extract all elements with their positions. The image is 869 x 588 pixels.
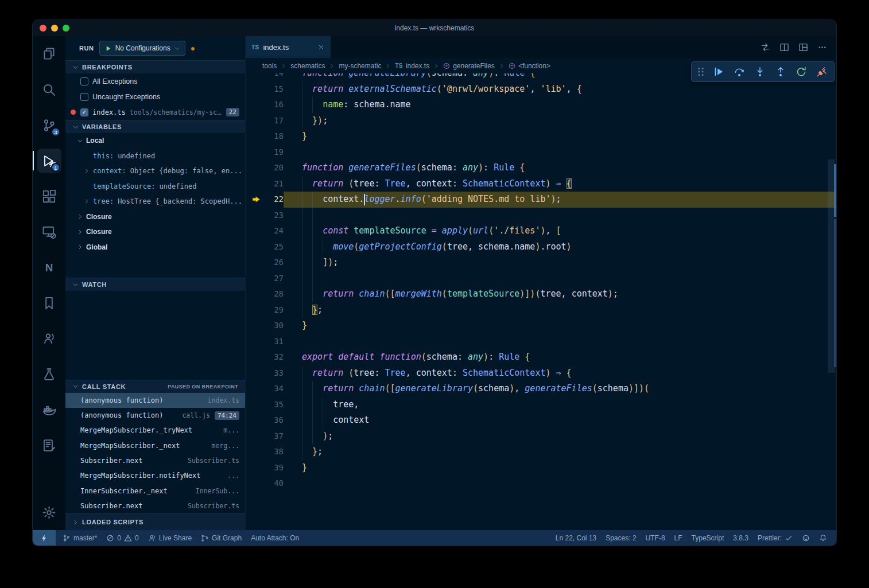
- gutter-glyph[interactable]: [246, 381, 266, 397]
- status-ts-version[interactable]: 3.8.3: [728, 530, 753, 546]
- status-notifications[interactable]: [814, 530, 832, 546]
- variables-scope-closure-1[interactable]: Closure: [65, 209, 245, 225]
- drag-grip-button[interactable]: [695, 63, 707, 80]
- open-changes-button[interactable]: [761, 42, 770, 52]
- gutter-glyph[interactable]: [246, 113, 266, 129]
- restart-button[interactable]: [792, 63, 810, 80]
- gutter-glyph[interactable]: [246, 397, 266, 413]
- status-problems[interactable]: 00: [102, 530, 143, 546]
- activity-bookmarks[interactable]: [33, 285, 65, 321]
- close-tab-icon[interactable]: [317, 44, 325, 51]
- gutter-glyph[interactable]: [246, 73, 266, 81]
- status-live-share[interactable]: Live Share: [143, 530, 196, 546]
- variable-item[interactable]: this:undefined: [65, 149, 245, 164]
- step-out-button[interactable]: [771, 63, 790, 80]
- gutter-glyph[interactable]: [246, 81, 266, 98]
- activity-settings[interactable]: [33, 494, 65, 530]
- gutter-glyph[interactable]: [246, 208, 266, 224]
- continue-button[interactable]: [709, 63, 728, 80]
- status-cursor-position[interactable]: Ln 22, Col 13: [551, 530, 601, 546]
- variable-item[interactable]: context:Object {debug: false, en...: [65, 163, 245, 179]
- status-language-mode[interactable]: TypeScript: [687, 530, 729, 546]
- minimize-window-button[interactable]: [51, 25, 58, 32]
- activity-extensions[interactable]: [33, 178, 65, 214]
- activity-nx-console[interactable]: N: [33, 250, 65, 285]
- status-git-branch[interactable]: master*: [58, 530, 102, 546]
- gutter-glyph[interactable]: [246, 412, 266, 429]
- watch-section-header[interactable]: WATCH: [65, 278, 245, 291]
- breadcrumb-function[interactable]: <function>: [509, 62, 550, 70]
- call-stack-frame[interactable]: InnerSubscriber._nextInnerSub...: [65, 483, 245, 498]
- gutter-glyph[interactable]: [246, 128, 266, 145]
- variables-scope-global-3[interactable]: Global: [65, 240, 245, 255]
- call-stack-frame[interactable]: MergeMapSubscriber.notifyNext...: [65, 468, 245, 483]
- breadcrumb-my-schematic[interactable]: my-schematic: [339, 62, 381, 70]
- variable-item[interactable]: templateSource:undefined: [65, 179, 245, 194]
- call-stack-frame[interactable]: (anonymous function)index.ts: [65, 393, 245, 408]
- gutter-glyph[interactable]: [246, 476, 266, 492]
- breakpoint-checkbox[interactable]: ✓: [80, 108, 88, 116]
- status-indentation[interactable]: Spaces: 2: [601, 530, 641, 546]
- activity-remote-explorer[interactable]: [33, 214, 65, 250]
- tab-index-ts[interactable]: TS index.ts: [246, 36, 331, 58]
- variable-item[interactable]: tree:HostTree {_backend: ScopedH...: [65, 194, 245, 209]
- gutter-glyph[interactable]: [246, 145, 266, 161]
- gutter-glyph[interactable]: [246, 255, 266, 271]
- breadcrumb-tools[interactable]: tools: [262, 62, 277, 70]
- gutter-glyph[interactable]: [246, 365, 266, 381]
- gutter-glyph[interactable]: [246, 349, 266, 365]
- gutter-glyph[interactable]: [246, 223, 266, 239]
- activity-live-share[interactable]: [33, 321, 65, 356]
- debug-config-dropdown[interactable]: No Configurations: [99, 41, 185, 56]
- gutter-glyph[interactable]: [246, 444, 266, 460]
- call-stack-frame[interactable]: (anonymous function)call.js74:24: [65, 408, 245, 423]
- gutter-glyph[interactable]: [246, 334, 266, 350]
- variables-section-header[interactable]: VARIABLES: [65, 120, 245, 133]
- status-feedback[interactable]: [797, 530, 814, 546]
- gutter-glyph[interactable]: [246, 271, 266, 287]
- activity-source-control[interactable]: 3: [33, 107, 65, 143]
- call-stack-frame[interactable]: MergeMapSubscriber._tryNextm...: [65, 423, 245, 438]
- activity-notebook[interactable]: [33, 427, 65, 463]
- gutter-glyph[interactable]: [246, 318, 266, 334]
- call-stack-frame[interactable]: Subscriber.nextSubscriber.ts: [65, 453, 245, 468]
- call-stack-section-header[interactable]: CALL STACK PAUSED ON BREAKPOINT: [65, 380, 245, 393]
- gutter-glyph[interactable]: [246, 286, 266, 302]
- gutter-glyph[interactable]: [246, 429, 266, 445]
- breakpoint-checkbox[interactable]: [80, 77, 88, 85]
- breakpoint-item[interactable]: Uncaught Exceptions: [65, 89, 245, 104]
- split-editor-button[interactable]: [779, 42, 789, 52]
- status-git-graph[interactable]: Git Graph: [196, 530, 246, 546]
- activity-search[interactable]: [33, 72, 65, 107]
- gutter-glyph[interactable]: [246, 160, 266, 176]
- call-stack-frame[interactable]: Subscriber.nextSubscriber.ts: [65, 499, 245, 513]
- breadcrumb-schematics[interactable]: schematics: [290, 62, 325, 70]
- zoom-window-button[interactable]: [63, 25, 69, 32]
- gutter-glyph[interactable]: [246, 192, 266, 208]
- editor-layout-button[interactable]: [798, 42, 808, 52]
- activity-run-and-debug[interactable]: 1: [33, 143, 65, 178]
- activity-test-explorer[interactable]: [33, 356, 65, 392]
- code-editor[interactable]: 14function generateLibrary(schema: any):…: [246, 73, 836, 530]
- activity-explorer[interactable]: [33, 36, 65, 72]
- breakpoint-checkbox[interactable]: [80, 93, 88, 101]
- call-stack-frame[interactable]: MergeMapSubscriber._nextmerg...: [65, 438, 245, 453]
- breakpoints-section-header[interactable]: BREAKPOINTS: [65, 60, 245, 73]
- more-actions-button[interactable]: [817, 42, 827, 52]
- breakpoint-item[interactable]: All Exceptions: [65, 73, 245, 89]
- close-window-button[interactable]: [40, 25, 46, 32]
- status-remote[interactable]: [33, 530, 56, 546]
- step-over-button[interactable]: [730, 63, 748, 80]
- step-into-button[interactable]: [750, 63, 769, 80]
- gutter-glyph[interactable]: [246, 239, 266, 255]
- gutter-glyph[interactable]: [246, 460, 266, 476]
- status-prettier[interactable]: Prettier:: [753, 530, 797, 546]
- gutter-glyph[interactable]: [246, 176, 266, 192]
- status-auto-attach[interactable]: Auto Attach: On: [246, 530, 304, 546]
- disconnect-button[interactable]: [812, 63, 831, 80]
- breadcrumb-generatefiles[interactable]: generateFiles: [443, 62, 495, 70]
- activity-docker[interactable]: [33, 392, 65, 427]
- status-eol[interactable]: LF: [670, 530, 687, 546]
- breadcrumb-index-ts[interactable]: TSindex.ts: [395, 62, 429, 70]
- gutter-glyph[interactable]: [246, 302, 266, 318]
